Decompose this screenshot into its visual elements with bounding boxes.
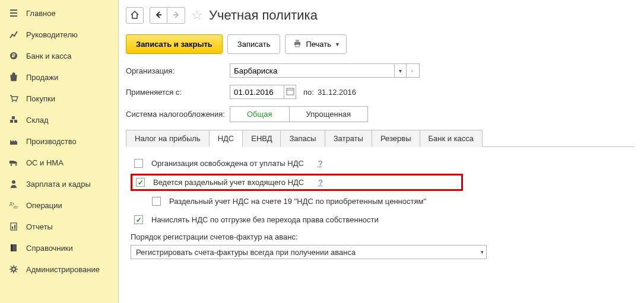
sidebar-item-main[interactable]: Главное xyxy=(0,2,118,24)
tax-simplified-button[interactable]: Упрощенная xyxy=(289,106,369,122)
report-icon xyxy=(8,222,19,231)
chart-icon xyxy=(8,30,19,39)
sidebar-item-reports[interactable]: Отчеты xyxy=(0,216,118,237)
to-label: по: xyxy=(303,88,314,97)
svg-point-2 xyxy=(12,101,13,102)
factory-icon xyxy=(8,136,19,146)
tab-reserves[interactable]: Резервы xyxy=(372,130,420,147)
sidebar-item-production[interactable]: Производство xyxy=(0,130,118,152)
checkbox-separate[interactable] xyxy=(136,178,145,187)
save-button[interactable]: Записать xyxy=(227,34,281,54)
date-from-input[interactable] xyxy=(230,85,284,98)
sidebar-item-assets[interactable]: ОС и НМА xyxy=(0,152,118,173)
tab-bank-cash[interactable]: Банк и касса xyxy=(420,130,483,147)
tab-costs[interactable]: Затраты xyxy=(325,130,372,147)
chevron-down-icon: ▾ xyxy=(481,249,484,255)
person-icon xyxy=(8,179,19,189)
checkbox-separate-label: Ведется раздельный учет входящего НДС xyxy=(153,178,304,187)
org-input[interactable] xyxy=(230,64,394,77)
invoice-order-label: Порядок регистрации счетов-фактур на ава… xyxy=(131,232,630,241)
sidebar-item-purchases[interactable]: Покупки xyxy=(0,88,118,109)
sidebar-item-label: Администрирование xyxy=(26,265,100,274)
cart-icon xyxy=(8,94,19,103)
date-from-combo[interactable] xyxy=(230,85,296,99)
svg-rect-17 xyxy=(11,244,12,251)
svg-text:₽: ₽ xyxy=(12,53,15,59)
sidebar-item-operations[interactable]: ДтКт Операции xyxy=(0,194,118,216)
checkbox-charge-ship[interactable] xyxy=(134,215,143,224)
print-button[interactable]: Печать ▼ xyxy=(285,34,347,54)
svg-rect-20 xyxy=(296,40,299,42)
tab-body-nds: Организация освобождена от уплаты НДС ? … xyxy=(126,147,635,267)
ops-icon: ДтКт xyxy=(8,200,19,210)
favorite-star-icon[interactable]: ☆ xyxy=(191,8,203,23)
svg-rect-21 xyxy=(296,44,299,47)
checkbox-sep-account[interactable] xyxy=(152,197,161,206)
org-combo[interactable]: ▾ ▫ xyxy=(230,63,420,78)
printer-icon xyxy=(293,39,302,50)
save-close-button[interactable]: Записать и закрыть xyxy=(126,34,223,54)
truck-icon xyxy=(8,158,19,167)
help-link[interactable]: ? xyxy=(318,159,322,168)
invoice-order-value: Регистрировать счета-фактуры всегда при … xyxy=(136,248,356,257)
tab-stock[interactable]: Запасы xyxy=(280,130,325,147)
back-button[interactable] xyxy=(150,7,167,24)
checkbox-sep-account-label: Раздельный учет НДС на счете 19 "НДС по … xyxy=(169,197,426,206)
checkbox-exempt[interactable] xyxy=(134,159,143,168)
org-label: Организация: xyxy=(126,66,230,75)
tax-general-button[interactable]: Общая xyxy=(230,106,289,122)
checkbox-exempt-label: Организация освобождена от уплаты НДС xyxy=(151,159,304,168)
svg-point-8 xyxy=(11,164,12,166)
sidebar-item-label: Производство xyxy=(26,137,77,146)
applies-label: Применяется с: xyxy=(126,88,230,97)
svg-rect-15 xyxy=(14,225,15,229)
checkbox-charge-ship-label: Начислять НДС по отгрузке без перехода п… xyxy=(151,215,379,224)
sidebar-item-warehouse[interactable]: Склад xyxy=(0,109,118,130)
svg-rect-6 xyxy=(12,116,15,119)
tax-sys-label: Система налогообложения: xyxy=(126,110,230,119)
ruble-icon: ₽ xyxy=(8,51,19,60)
svg-point-10 xyxy=(12,180,15,184)
sidebar-item-admin[interactable]: Администрирование xyxy=(0,259,118,280)
calendar-button[interactable] xyxy=(284,85,296,98)
arrow-left-icon xyxy=(154,10,163,21)
sidebar: Главное Руководителю ₽ Банк и касса Прод… xyxy=(0,0,119,303)
highlighted-row: Ведется раздельный учет входящего НДС ? xyxy=(131,174,463,191)
chevron-down-icon: ▼ xyxy=(335,42,340,47)
sidebar-item-hr[interactable]: Зарплата и кадры xyxy=(0,173,118,194)
arrow-right-icon xyxy=(172,10,181,21)
sidebar-item-label: Справочники xyxy=(26,244,73,253)
gear-icon xyxy=(8,264,19,274)
calendar-icon xyxy=(285,87,295,97)
sidebar-item-label: Операции xyxy=(26,201,62,210)
page-title: Учетная политика xyxy=(209,8,318,23)
sidebar-item-label: Покупки xyxy=(26,94,55,103)
help-link[interactable]: ? xyxy=(318,178,322,187)
home-button[interactable] xyxy=(126,7,144,24)
sidebar-item-catalogs[interactable]: Справочники xyxy=(0,237,118,259)
svg-rect-13 xyxy=(11,223,17,230)
svg-text:Кт: Кт xyxy=(14,205,18,209)
svg-rect-5 xyxy=(14,120,17,123)
svg-rect-14 xyxy=(12,227,13,229)
home-icon xyxy=(130,10,139,21)
sidebar-item-sales[interactable]: Продажи xyxy=(0,66,118,88)
sidebar-item-label: Склад xyxy=(26,116,49,125)
boxes-icon xyxy=(8,115,19,125)
tab-profit-tax[interactable]: Налог на прибыль xyxy=(126,130,210,147)
sidebar-item-label: ОС и НМА xyxy=(26,158,64,167)
sidebar-item-director[interactable]: Руководителю xyxy=(0,24,118,45)
tab-nds[interactable]: НДС xyxy=(209,130,243,147)
tab-envd[interactable]: ЕНВД xyxy=(242,130,281,147)
dropdown-button[interactable]: ▾ xyxy=(394,64,406,77)
tabs: Налог на прибыль НДС ЕНВД Запасы Затраты… xyxy=(126,129,635,147)
sidebar-item-label: Банк и касса xyxy=(26,52,72,60)
date-to-value: 31.12.2016 xyxy=(318,88,356,97)
invoice-order-select[interactable]: Регистрировать счета-фактуры всегда при … xyxy=(131,245,487,259)
forward-button[interactable] xyxy=(167,7,185,24)
menu-icon xyxy=(8,8,19,18)
sidebar-item-bank[interactable]: ₽ Банк и касса xyxy=(0,45,118,66)
open-button[interactable]: ▫ xyxy=(406,64,418,77)
sidebar-item-label: Зарплата и кадры xyxy=(26,180,91,189)
svg-point-9 xyxy=(15,164,17,166)
